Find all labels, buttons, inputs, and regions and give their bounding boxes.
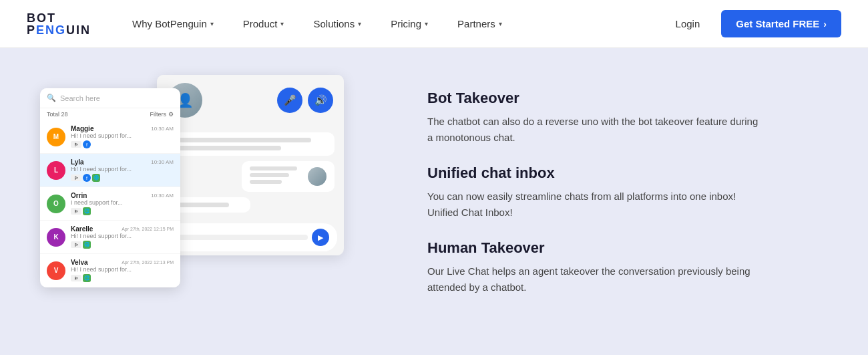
content-area: Bot Takeover The chatbot can also do a r… (427, 76, 828, 328)
message-bubble (166, 132, 335, 156)
chat-time: 10:30 AM (151, 193, 174, 199)
message-line (250, 180, 281, 184)
hero-section: 🔍 Search here Total 28 Filters ⚙ M Maggi… (0, 48, 868, 355)
filters-button[interactable]: Filters ⚙ (150, 111, 174, 118)
feature-block-unified-inbox: Unified chat inbox You can now easily st… (427, 164, 828, 221)
conversation-actions: 🎤 🔊 (277, 88, 333, 113)
filter-icon: ⚙ (168, 111, 174, 118)
logo[interactable]: BOT PENGUIN (27, 12, 91, 36)
conversation-messages (157, 126, 344, 219)
chat-preview: Hi! I need support for... (71, 166, 174, 172)
chat-item-info: Maggie 10:30 AM Hi! I need support for..… (71, 125, 174, 148)
web-icon: 🌐 (83, 207, 91, 215)
feature-description: You can now easily streamline chats from… (427, 189, 761, 221)
chat-item[interactable]: V Velva Apr 27th, 2022 12:13 PM Hi! I ne… (40, 254, 180, 287)
chevron-down-icon: ▾ (210, 20, 214, 27)
nav-item-partners[interactable]: Partners ▾ (443, 0, 517, 48)
chat-name: Velva (71, 259, 88, 266)
avatar: V (47, 261, 65, 280)
logo-penguin-text: PENGUIN (27, 24, 91, 36)
chat-search-bar[interactable]: 🔍 Search here (40, 88, 180, 108)
chat-icons: 🏳 🌐 (71, 241, 174, 249)
chat-item[interactable]: M Maggie 10:30 AM Hi! I need support for… (40, 120, 180, 154)
chat-name: Lyla (71, 158, 84, 166)
feature-title: Human Takeover (427, 239, 828, 257)
chat-name: Maggie (71, 125, 93, 132)
chat-preview: Hi! I need support for... (71, 266, 174, 273)
chat-name: Karelle (71, 225, 93, 233)
chevron-down-icon: ▾ (358, 20, 361, 27)
volume-icon: 🔊 (314, 94, 327, 106)
chat-icons: 🏳 🌐 (71, 274, 174, 282)
chat-time: Apr 27th, 2022 12:13 PM (122, 260, 174, 265)
arrow-icon: › (823, 19, 827, 29)
total-count: Total 28 (47, 111, 68, 118)
chat-icons: 🏳 f (71, 140, 174, 148)
login-button[interactable]: Login (668, 13, 708, 35)
chat-preview: Hi! I need support for... (71, 233, 174, 239)
chat-icons: 🏳 🌐 (71, 207, 174, 215)
logo-p: P (27, 23, 36, 37)
get-started-button[interactable]: Get Started FREE › (721, 10, 841, 37)
chat-item[interactable]: O Orrin 10:30 AM I need support for... 🏳… (40, 187, 180, 221)
chat-time: 10:30 AM (151, 159, 174, 165)
chat-item-info: Lyla 10:30 AM Hi! I need support for... … (71, 158, 174, 182)
flag-icon: 🏳 (71, 174, 81, 181)
message-line (250, 166, 297, 170)
search-placeholder: Search here (60, 94, 100, 102)
chat-item[interactable]: L Lyla 10:30 AM Hi! I need support for..… (40, 154, 180, 187)
avatar: K (47, 228, 65, 247)
chat-item[interactable]: K Karelle Apr 27th, 2022 12:15 PM Hi! I … (40, 221, 180, 254)
microphone-button[interactable]: 🎤 (277, 88, 302, 113)
chat-input-area[interactable]: ▶ (164, 223, 337, 251)
chat-item-info: Karelle Apr 27th, 2022 12:15 PM Hi! I ne… (71, 225, 174, 249)
web-icon: 🌐 (92, 174, 100, 182)
search-icon: 🔍 (47, 94, 56, 102)
avatar: O (47, 195, 65, 213)
conversation-header: 👤 🎤 🔊 (157, 75, 344, 126)
flag-icon: 🏳 (71, 241, 81, 248)
facebook-icon: f (83, 140, 91, 148)
chat-item-info: Orrin 10:30 AM I need support for... 🏳 🌐 (71, 192, 174, 215)
chevron-down-icon: ▾ (425, 20, 428, 27)
nav-right: Login Get Started FREE › (668, 10, 841, 37)
flag-icon: 🏳 (71, 275, 81, 281)
chevron-down-icon: ▾ (499, 20, 502, 27)
logo-bot-text: BOT (27, 12, 91, 24)
chevron-down-icon: ▾ (280, 20, 284, 27)
feature-block-bot-takeover: Bot Takeover The chatbot can also do a r… (427, 90, 828, 146)
nav-item-why-botpenguin[interactable]: Why BotPenguin ▾ (118, 0, 228, 48)
message-line (174, 138, 311, 142)
web-icon: 🌐 (83, 241, 91, 249)
logo-uin: UIN (66, 23, 91, 37)
logo-eng: ENG (36, 23, 66, 37)
feature-title: Unified chat inbox (427, 164, 828, 182)
send-icon: ▶ (318, 233, 323, 242)
facebook-icon: f (83, 174, 91, 182)
feature-block-human-takeover: Human Takeover Our Live Chat helps an ag… (427, 239, 828, 295)
message-line (174, 146, 281, 150)
mic-icon: 🎤 (284, 94, 296, 106)
message-line (250, 173, 289, 177)
message-bubble-outgoing (242, 161, 335, 192)
send-button[interactable]: ▶ (312, 229, 329, 246)
chat-time: Apr 27th, 2022 12:15 PM (122, 227, 174, 231)
avatar (308, 167, 327, 186)
nav-item-solutions[interactable]: Solutions ▾ (298, 0, 376, 48)
chat-item-info: Velva Apr 27th, 2022 12:13 PM Hi! I need… (71, 259, 174, 282)
chat-input-field[interactable] (172, 235, 308, 240)
chat-name: Orrin (71, 192, 87, 199)
volume-button[interactable]: 🔊 (308, 88, 333, 113)
message-line (174, 203, 229, 207)
mockup-area: 🔍 Search here Total 28 Filters ⚙ M Maggi… (40, 75, 387, 329)
web-icon: 🌐 (83, 274, 91, 282)
avatar: L (47, 161, 65, 180)
chat-preview: I need support for... (71, 199, 174, 206)
nav-links: Why BotPenguin ▾ Product ▾ Solutions ▾ P… (118, 0, 668, 48)
flag-icon: 🏳 (71, 208, 81, 215)
chat-icons: 🏳 f 🌐 (71, 174, 174, 182)
nav-item-pricing[interactable]: Pricing ▾ (376, 0, 443, 48)
message-content (250, 166, 302, 187)
nav-item-product[interactable]: Product ▾ (228, 0, 299, 48)
chat-preview: Hi! I need support for... (71, 132, 174, 139)
